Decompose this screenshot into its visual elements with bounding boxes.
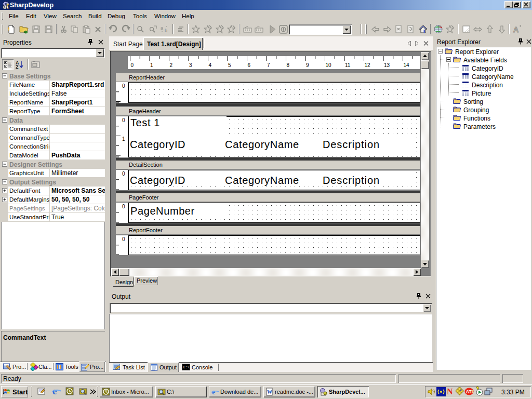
svg-text:0: 0 (122, 83, 125, 89)
svg-text:2: 2 (170, 62, 173, 68)
svg-text:ATI: ATI (466, 389, 473, 394)
svg-text:5: 5 (228, 62, 231, 68)
svg-text:0: 0 (122, 204, 125, 209)
svg-text:7: 7 (267, 62, 270, 68)
svg-text:12: 12 (365, 62, 371, 68)
svg-text:9: 9 (306, 62, 309, 68)
svg-text:Z: Z (16, 64, 19, 69)
svg-text:C:\: C:\ (183, 365, 190, 369)
svg-text:3: 3 (189, 62, 192, 68)
svg-text:4: 4 (209, 62, 212, 68)
svg-text:0: 0 (122, 117, 125, 123)
svg-text:1: 1 (150, 62, 153, 68)
svg-text:0: 0 (131, 62, 134, 68)
svg-text:0: 0 (122, 171, 125, 177)
svg-text:8: 8 (287, 62, 290, 68)
svg-text:A: A (513, 25, 518, 34)
svg-text:W: W (267, 389, 272, 395)
svg-text:13: 13 (384, 62, 390, 68)
svg-text:6: 6 (248, 62, 251, 68)
svg-text:10: 10 (326, 62, 332, 68)
svg-text:0: 0 (122, 236, 125, 242)
svg-text:11: 11 (345, 62, 351, 68)
svg-text:14: 14 (404, 62, 410, 68)
svg-text:b: b (165, 28, 167, 33)
svg-text:a: a (161, 25, 163, 31)
svg-text:1: 1 (122, 136, 125, 142)
